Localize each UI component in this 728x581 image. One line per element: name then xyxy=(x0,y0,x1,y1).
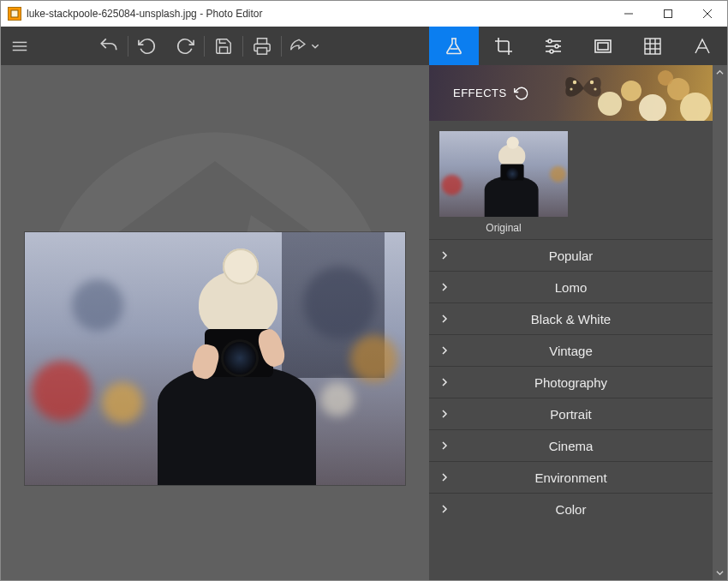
save-icon xyxy=(214,37,233,56)
svg-point-14 xyxy=(555,45,558,48)
expand-arrow-icon xyxy=(441,378,448,386)
effects-category[interactable]: Cinema xyxy=(429,429,713,461)
canvas-area[interactable] xyxy=(1,65,429,580)
expand-arrow-icon xyxy=(441,505,448,513)
scroll-down-button[interactable] xyxy=(713,566,727,580)
category-label: Environment xyxy=(429,470,713,485)
expand-arrow-icon xyxy=(441,314,448,323)
svg-rect-0 xyxy=(11,10,18,17)
svg-point-30 xyxy=(621,81,641,101)
effects-header: EFFECTS xyxy=(429,65,713,121)
expand-arrow-icon xyxy=(441,283,448,291)
body: EFFECTS xyxy=(1,65,727,580)
effects-category[interactable]: Portrait xyxy=(429,398,713,429)
category-label: Popular xyxy=(429,249,713,263)
effects-panel: EFFECTS xyxy=(429,65,727,580)
svg-rect-2 xyxy=(665,10,672,18)
type-icon xyxy=(692,36,713,57)
expand-arrow-icon xyxy=(441,473,448,482)
save-button[interactable] xyxy=(205,27,242,65)
svg-point-25 xyxy=(573,81,576,84)
expand-arrow-icon xyxy=(441,251,448,260)
texture-icon xyxy=(642,36,663,57)
sliders-icon xyxy=(543,36,564,57)
crop-icon xyxy=(493,36,514,57)
tab-textures[interactable] xyxy=(628,27,677,65)
share-icon xyxy=(289,37,309,56)
sidebar-scrollbar[interactable] xyxy=(713,65,727,580)
side-tab-strip xyxy=(429,27,727,65)
effects-scroll: Original PopularLomoBlack & WhiteVintage… xyxy=(429,121,713,580)
maximize-button[interactable] xyxy=(648,1,688,27)
expand-arrow-icon xyxy=(441,410,448,418)
category-label: Black & White xyxy=(429,312,713,326)
tab-frames[interactable] xyxy=(578,27,628,65)
category-label: Vintage xyxy=(429,344,713,358)
app-icon xyxy=(8,7,21,21)
effects-header-label: EFFECTS xyxy=(453,87,507,99)
titlebar: luke-stackpoole-625084-unsplash.jpg - Ph… xyxy=(1,1,727,27)
svg-rect-17 xyxy=(598,43,608,50)
svg-point-27 xyxy=(570,87,572,90)
effects-category[interactable]: Vintage xyxy=(429,334,713,366)
tab-effects[interactable] xyxy=(429,27,479,65)
category-label: Photography xyxy=(429,375,713,390)
svg-point-13 xyxy=(548,39,552,43)
effects-thumbnails: Original xyxy=(429,121,713,239)
undo-step-icon xyxy=(138,37,157,56)
effects-category[interactable]: Black & White xyxy=(429,302,713,334)
reset-effects-icon[interactable] xyxy=(514,86,529,101)
effects-category[interactable]: Color xyxy=(429,493,713,524)
category-label: Lomo xyxy=(429,280,713,295)
scroll-up-button[interactable] xyxy=(713,65,727,80)
effects-category-list: PopularLomoBlack & WhiteVintagePhotograp… xyxy=(429,239,713,524)
redo-button[interactable] xyxy=(166,27,204,65)
svg-point-34 xyxy=(658,70,673,86)
menu-icon xyxy=(10,37,29,56)
category-label: Portrait xyxy=(429,407,713,422)
tab-crop[interactable] xyxy=(479,27,528,65)
category-label: Color xyxy=(429,502,713,517)
svg-rect-18 xyxy=(645,39,660,54)
flask-icon xyxy=(444,36,464,57)
tab-text[interactable] xyxy=(677,27,727,65)
canvas-image[interactable] xyxy=(25,232,405,485)
window-title: luke-stackpoole-625084-unsplash.jpg - Ph… xyxy=(27,8,609,20)
category-label: Cinema xyxy=(429,439,713,453)
redo-icon xyxy=(176,37,194,56)
minimize-button[interactable] xyxy=(609,1,648,27)
menu-button[interactable] xyxy=(1,27,39,65)
app-window: luke-stackpoole-625084-unsplash.jpg - Ph… xyxy=(0,0,728,581)
close-button[interactable] xyxy=(688,1,727,27)
expand-arrow-icon xyxy=(441,346,448,355)
thumbnail-original[interactable]: Original xyxy=(439,131,568,234)
svg-point-15 xyxy=(550,50,553,53)
chevron-down-icon xyxy=(311,37,319,56)
undo-icon xyxy=(98,35,120,57)
tab-adjust[interactable] xyxy=(528,27,578,65)
svg-point-29 xyxy=(598,92,622,116)
scroll-track[interactable] xyxy=(713,80,727,566)
effects-category[interactable]: Environment xyxy=(429,461,713,493)
print-icon xyxy=(253,37,272,56)
thumbnail-caption: Original xyxy=(439,222,568,234)
svg-rect-8 xyxy=(258,47,267,53)
effects-category[interactable]: Popular xyxy=(429,239,713,271)
svg-point-31 xyxy=(639,94,666,121)
flowers-decoration xyxy=(584,65,713,121)
undo-step-button[interactable] xyxy=(128,27,166,65)
share-button[interactable] xyxy=(282,27,326,65)
undo-button[interactable] xyxy=(90,27,128,65)
main-toolbar xyxy=(1,27,727,65)
effects-category[interactable]: Photography xyxy=(429,366,713,398)
effects-category[interactable]: Lomo xyxy=(429,271,713,302)
expand-arrow-icon xyxy=(441,441,448,450)
print-button[interactable] xyxy=(243,27,281,65)
frame-icon xyxy=(593,36,613,57)
